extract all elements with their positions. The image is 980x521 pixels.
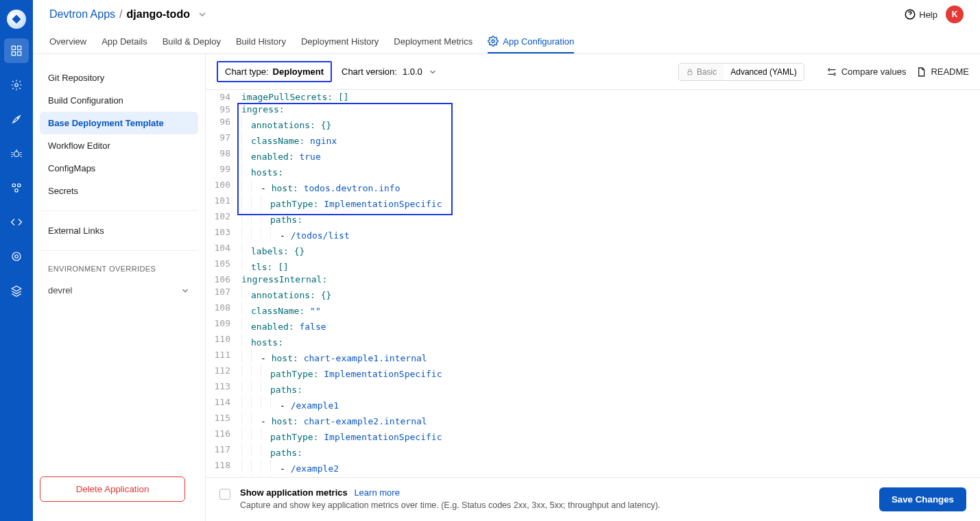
user-avatar[interactable]: K — [946, 5, 964, 23]
svg-point-7 — [12, 184, 16, 187]
env-overrides-heading: ENVIRONMENT OVERRIDES — [40, 259, 198, 278]
main-area: Devtron Apps / django-todo Help K Overvi… — [33, 0, 980, 521]
editor-toolbar: Chart type: Deployment Chart version: 1.… — [206, 54, 980, 90]
editor-mode-basic[interactable]: Basic — [679, 64, 724, 80]
app-name: django-todo — [127, 8, 190, 21]
body-row: Git RepositoryBuild ConfigurationBase De… — [33, 54, 980, 521]
tab-overview[interactable]: Overview — [49, 30, 86, 53]
code-line: 119- /example2/healthz — [206, 475, 980, 477]
sidebar-item-base-deployment-template[interactable]: Base Deployment Template — [40, 112, 198, 134]
save-changes-button[interactable]: Save Changes — [879, 487, 966, 511]
page-header: Devtron Apps / django-todo Help K Overvi… — [33, 0, 980, 54]
compare-values-button[interactable]: Compare values — [826, 66, 907, 77]
breadcrumb: Devtron Apps / django-todo Help K — [49, 5, 964, 23]
svg-rect-3 — [18, 52, 21, 56]
chart-version-selector[interactable]: Chart version: 1.0.0 — [342, 66, 438, 77]
svg-rect-2 — [12, 52, 15, 56]
code-line: 103- /todos/list — [206, 226, 980, 242]
tab-build-deploy[interactable]: Build & Deploy — [163, 30, 221, 53]
chart-version-label: Chart version: — [342, 66, 397, 77]
sidebar-item-git-repository[interactable]: Git Repository — [40, 66, 198, 89]
editor-mode-advanced[interactable]: Advanced (YAML) — [724, 64, 804, 80]
code-line: 107annotations: {} — [206, 286, 980, 302]
code-line: 95ingress: — [206, 104, 980, 116]
tab-deployment-history[interactable]: Deployment History — [301, 30, 379, 53]
env-override-item[interactable]: devrel — [40, 280, 198, 301]
svg-point-10 — [12, 252, 21, 260]
code-line: 116pathType: ImplementationSpecific — [206, 428, 980, 444]
code-line: 98enabled: true — [206, 147, 980, 163]
code-line: 114- /example1 — [206, 396, 980, 412]
code-line: 109enabled: false — [206, 317, 980, 333]
code-line: 111- host: chart-example1.internal — [206, 349, 980, 365]
code-line: 94imagePullSecrets: [] — [206, 91, 980, 104]
nav-bug-icon[interactable] — [4, 141, 29, 166]
brand-logo-icon[interactable] — [7, 10, 26, 29]
document-icon — [916, 66, 927, 77]
nav-rocket-icon[interactable] — [4, 107, 29, 132]
compare-icon — [826, 66, 837, 77]
code-line: 115- host: chart-example2.internal — [206, 412, 980, 428]
tab-app-configuration[interactable]: App Configuration — [488, 30, 574, 53]
yaml-editor[interactable]: 94imagePullSecrets: []95ingress:96annota… — [206, 90, 980, 477]
code-line: 101pathType: ImplementationSpecific — [206, 195, 980, 210]
code-line: 108className: "" — [206, 302, 980, 317]
svg-point-8 — [18, 184, 21, 187]
code-line: 104labels: {} — [206, 242, 980, 258]
lock-icon — [686, 68, 694, 76]
sidebar-item-secrets[interactable]: Secrets — [40, 180, 198, 202]
chevron-down-icon[interactable] — [197, 9, 208, 20]
svg-rect-14 — [688, 71, 692, 75]
code-line: 96annotations: {} — [206, 116, 980, 132]
code-line: 118- /example2 — [206, 459, 980, 475]
nav-code-icon[interactable] — [4, 210, 29, 234]
sidebar-item-build-configuration[interactable]: Build Configuration — [40, 89, 198, 112]
show-metrics-subtitle: Capture and show key application metrics… — [240, 500, 660, 510]
tab-deployment-metrics[interactable]: Deployment Metrics — [394, 30, 473, 53]
code-line: 110hosts: — [206, 333, 980, 349]
nav-layers-icon[interactable] — [4, 278, 29, 303]
chart-version-value: 1.0.0 — [403, 66, 422, 77]
code-line: 106ingressInternal: — [206, 274, 980, 286]
learn-more-link[interactable]: Learn more — [354, 487, 399, 498]
svg-rect-1 — [18, 46, 21, 49]
chart-type-selector[interactable]: Chart type: Deployment — [217, 61, 332, 82]
code-line: 102paths: — [206, 210, 980, 226]
compare-label: Compare values — [841, 66, 907, 77]
help-label: Help — [919, 10, 937, 20]
breadcrumb-root-link[interactable]: Devtron Apps — [49, 8, 115, 21]
svg-rect-6 — [14, 152, 19, 157]
editor-mode-toggle: Basic Advanced (YAML) — [678, 63, 804, 81]
nav-settings-icon[interactable] — [4, 244, 29, 269]
svg-point-13 — [492, 40, 494, 43]
code-line: 105tls: [] — [206, 258, 980, 274]
readme-label: README — [931, 66, 969, 77]
code-line: 117paths: — [206, 444, 980, 459]
svg-point-5 — [17, 117, 19, 119]
nav-gear-icon[interactable] — [4, 73, 29, 97]
sidebar-item-workflow-editor[interactable]: Workflow Editor — [40, 134, 198, 157]
nav-cluster-icon[interactable] — [4, 175, 29, 200]
basic-label: Basic — [697, 67, 717, 77]
code-line: 100- host: todos.devtron.info — [206, 179, 980, 195]
readme-button[interactable]: README — [916, 66, 969, 77]
help-link[interactable]: Help — [904, 8, 937, 21]
code-line: 112pathType: ImplementationSpecific — [206, 365, 980, 380]
config-sidebar: Git RepositoryBuild ConfigurationBase De… — [33, 54, 206, 521]
svg-rect-0 — [12, 46, 15, 49]
tab-build-history[interactable]: Build History — [236, 30, 286, 53]
chevron-down-icon — [180, 286, 190, 295]
tab-app-details[interactable]: App Details — [101, 30, 147, 53]
sidebar-item-external-links[interactable]: External Links — [40, 219, 198, 242]
nav-apps-icon[interactable] — [4, 38, 29, 63]
editor-area: Chart type: Deployment Chart version: 1.… — [206, 54, 980, 521]
sidebar-item-configmaps[interactable]: ConfigMaps — [40, 157, 198, 180]
gear-icon — [488, 36, 499, 47]
chart-type-value: Deployment — [273, 66, 324, 77]
code-line: 99hosts: — [206, 163, 980, 179]
code-line: 97className: nginx — [206, 132, 980, 147]
code-line: 113paths: — [206, 380, 980, 396]
svg-point-4 — [15, 84, 19, 87]
delete-application-button[interactable]: Delete Application — [40, 476, 185, 502]
show-metrics-checkbox[interactable] — [219, 489, 230, 500]
